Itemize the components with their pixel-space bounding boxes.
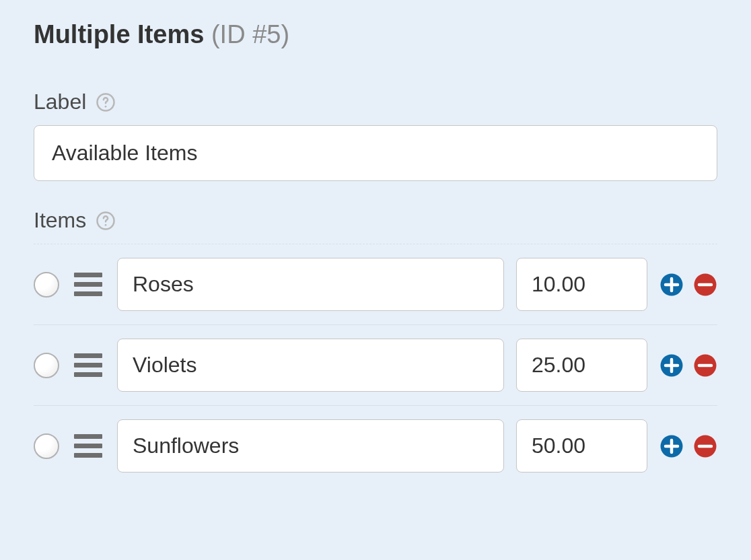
default-radio[interactable]: [34, 272, 59, 298]
add-item-button[interactable]: [659, 353, 684, 378]
section-title: Multiple Items: [34, 20, 204, 48]
add-item-button[interactable]: [659, 273, 684, 297]
help-icon[interactable]: [96, 92, 116, 112]
default-radio[interactable]: [34, 433, 59, 459]
default-radio[interactable]: [34, 353, 59, 378]
remove-item-button[interactable]: [693, 353, 717, 378]
section-id: (ID #5): [211, 20, 289, 48]
label-field-label-row: Label: [34, 90, 717, 114]
item-row: [34, 325, 717, 406]
items-field-title: Items: [34, 208, 86, 233]
item-name-input[interactable]: [117, 258, 504, 311]
drag-handle-icon[interactable]: [71, 270, 105, 299]
section-header: Multiple Items (ID #5): [34, 20, 717, 49]
items-list: [34, 244, 717, 486]
drag-handle-icon[interactable]: [71, 351, 105, 380]
row-actions: [659, 434, 717, 458]
remove-item-button[interactable]: [693, 434, 717, 458]
item-name-input[interactable]: [117, 419, 504, 473]
label-field-section: Label: [34, 90, 717, 181]
item-row: [34, 406, 717, 486]
svg-point-1: [105, 105, 107, 107]
label-input[interactable]: [34, 125, 717, 181]
row-actions: [659, 353, 717, 378]
remove-item-button[interactable]: [693, 273, 717, 297]
svg-point-3: [105, 223, 107, 225]
items-field-label-row: Items: [34, 208, 717, 233]
add-item-button[interactable]: [659, 434, 684, 458]
help-icon[interactable]: [96, 211, 116, 231]
label-field-title: Label: [34, 90, 86, 114]
item-price-input[interactable]: [516, 258, 647, 311]
item-name-input[interactable]: [117, 339, 504, 392]
item-price-input[interactable]: [516, 419, 647, 473]
items-field-section: Items: [34, 208, 717, 486]
item-price-input[interactable]: [516, 339, 647, 392]
row-actions: [659, 273, 717, 297]
item-row: [34, 244, 717, 325]
drag-handle-icon[interactable]: [71, 431, 105, 460]
